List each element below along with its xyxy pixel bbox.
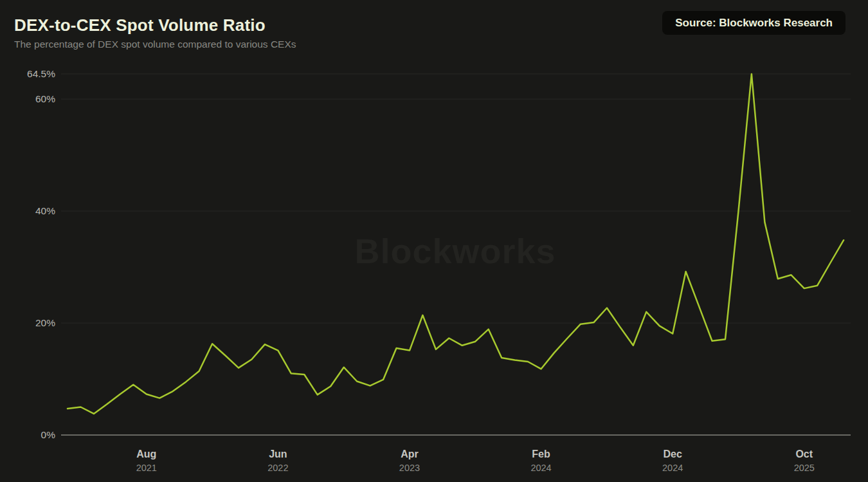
x-tick-year-label: 2023 bbox=[399, 463, 420, 473]
y-tick-label: 64.5% bbox=[27, 68, 55, 79]
chart-subtitle: The percentage of DEX spot volume compar… bbox=[14, 39, 296, 50]
x-tick-year-label: 2024 bbox=[662, 463, 683, 473]
x-tick-year-label: 2025 bbox=[794, 463, 815, 473]
y-tick-label: 0% bbox=[41, 429, 56, 440]
y-tick-label: 60% bbox=[35, 93, 55, 104]
x-tick-month-label: Feb bbox=[532, 449, 550, 459]
chart-title: DEX-to-CEX Spot Volume Ratio bbox=[14, 15, 266, 35]
y-tick-label: 40% bbox=[35, 205, 55, 216]
watermark: Blockworks bbox=[354, 232, 556, 270]
x-tick-month-label: Jun bbox=[269, 449, 287, 459]
x-tick-month-label: Dec bbox=[663, 449, 682, 459]
chart-canvas: DEX-to-CEX Spot Volume Ratio The percent… bbox=[0, 0, 868, 482]
x-tick-month-label: Apr bbox=[401, 449, 419, 459]
source-badge: Source: Blockworks Research bbox=[662, 11, 845, 35]
line-chart-plot: Blockworks64.5%60%40%20%0%Aug2021Jun2022… bbox=[0, 0, 868, 482]
y-tick-label: 20% bbox=[35, 317, 55, 328]
x-tick-year-label: 2022 bbox=[267, 463, 288, 473]
x-tick-month-label: Oct bbox=[795, 449, 813, 459]
x-tick-year-label: 2021 bbox=[136, 463, 157, 473]
x-tick-month-label: Aug bbox=[136, 449, 156, 459]
x-tick-year-label: 2024 bbox=[530, 463, 551, 473]
